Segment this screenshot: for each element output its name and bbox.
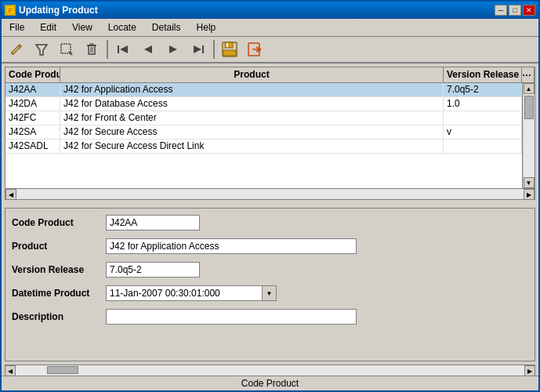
- col-header-code: Code Product: [5, 67, 60, 82]
- bottom-hscroll-right-arrow[interactable]: ▶: [524, 365, 535, 376]
- filter-icon: [34, 42, 49, 57]
- code-product-input[interactable]: [106, 215, 200, 230]
- window-title: Updating Product: [19, 5, 98, 16]
- first-icon: [115, 42, 131, 57]
- data-table: Code Product Product Version Release … J…: [5, 67, 535, 200]
- scroll-track: [524, 94, 535, 177]
- separator-1: [107, 40, 108, 59]
- table-header: Code Product Product Version Release …: [5, 67, 535, 83]
- select-tool-button[interactable]: [55, 38, 78, 60]
- cell-code: J42SA: [5, 125, 60, 139]
- svg-marker-4: [12, 45, 21, 54]
- status-bar: Code Product: [2, 376, 538, 390]
- cell-version: 7.0q5-2: [444, 83, 522, 96]
- separator-2: [213, 40, 215, 59]
- toolbar: [2, 37, 538, 64]
- save-icon: [221, 41, 238, 58]
- delete-tool-button[interactable]: [80, 38, 103, 60]
- description-label: Description: [12, 311, 106, 322]
- col-header-extra: …: [522, 67, 535, 82]
- edit-icon: [9, 42, 24, 57]
- version-release-label: Version Release: [12, 264, 106, 275]
- save-button[interactable]: [218, 38, 241, 60]
- product-row: Product: [12, 238, 528, 254]
- scroll-thumb: [524, 96, 534, 119]
- description-row: Description: [12, 309, 528, 325]
- cell-code: J42AA: [5, 83, 60, 96]
- maximize-button[interactable]: □: [509, 5, 521, 16]
- next-icon: [165, 42, 181, 57]
- svg-rect-3: [8, 12, 11, 13]
- cell-product: J42 for Secure Access Direct Link: [60, 140, 444, 153]
- form-section: Code Product Product Version Release Dat…: [5, 208, 535, 361]
- svg-rect-22: [225, 42, 233, 48]
- menu-view[interactable]: View: [67, 20, 97, 34]
- datetime-select-wrapper: ▼: [106, 285, 277, 301]
- select-icon: [59, 42, 74, 57]
- scroll-up-arrow[interactable]: ▲: [524, 83, 535, 94]
- version-release-row: Version Release: [12, 262, 528, 278]
- last-icon: [190, 42, 206, 57]
- table-row[interactable]: J42FC J42 for Front & Center: [5, 111, 522, 125]
- filter-tool-button[interactable]: [30, 38, 53, 60]
- svg-rect-24: [223, 50, 236, 56]
- title-bar: Updating Product ─ □ ✕: [2, 2, 538, 19]
- cell-version: [444, 140, 522, 153]
- svg-rect-2: [8, 10, 13, 11]
- cell-code: J42DA: [5, 97, 60, 111]
- cell-product: J42 for Front & Center: [60, 111, 444, 125]
- col-header-product: Product: [60, 67, 444, 82]
- bottom-scroll-thumb: [47, 366, 78, 374]
- menu-edit[interactable]: Edit: [35, 20, 61, 34]
- hscroll-track: [16, 189, 524, 199]
- description-input[interactable]: [106, 309, 357, 325]
- hscroll-left-arrow[interactable]: ◀: [5, 189, 16, 200]
- next-record-button[interactable]: [161, 38, 185, 60]
- bottom-hscroll-left-arrow[interactable]: ◀: [5, 365, 16, 376]
- status-text: Code Product: [241, 378, 299, 389]
- menu-bar: File Edit View Locate Details Help: [2, 19, 538, 37]
- close-button[interactable]: ✕: [523, 5, 535, 16]
- menu-help[interactable]: Help: [192, 20, 221, 34]
- bottom-hscroll-track: [16, 365, 524, 376]
- cell-version: 1.0: [444, 97, 522, 111]
- menu-details[interactable]: Details: [147, 20, 186, 34]
- scroll-down-arrow[interactable]: ▼: [524, 177, 535, 188]
- code-product-row: Code Product: [12, 215, 528, 230]
- first-record-button[interactable]: [111, 38, 135, 60]
- table-body[interactable]: J42AA J42 for Application Access 7.0q5-2…: [5, 83, 522, 188]
- cell-version: [444, 111, 522, 125]
- hscroll-right-arrow[interactable]: ▶: [524, 189, 535, 200]
- datetime-product-input[interactable]: [106, 285, 263, 301]
- svg-rect-10: [89, 45, 95, 54]
- table-row[interactable]: J42SA J42 for Secure Access v: [5, 125, 522, 140]
- exit-button[interactable]: [243, 38, 266, 60]
- table-row[interactable]: J42AA J42 for Application Access 7.0q5-2: [5, 83, 522, 97]
- menu-file[interactable]: File: [5, 20, 29, 34]
- cell-product: J42 for Database Access: [60, 97, 444, 111]
- prev-icon: [140, 42, 156, 57]
- bottom-hscrollbar[interactable]: ◀ ▶: [5, 365, 535, 376]
- table-row[interactable]: J42DA J42 for Database Access 1.0: [5, 97, 522, 111]
- datetime-product-row: Datetime Product ▼: [12, 285, 528, 301]
- cell-code: J42FC: [5, 111, 60, 125]
- last-record-button[interactable]: [187, 38, 210, 60]
- cell-version: v: [444, 125, 522, 139]
- edit-tool-button[interactable]: [5, 38, 28, 60]
- svg-marker-7: [36, 45, 47, 55]
- svg-rect-23: [227, 43, 228, 47]
- product-label: Product: [12, 241, 106, 252]
- cell-product: J42 for Application Access: [60, 83, 444, 96]
- title-buttons: ─ □ ✕: [495, 5, 535, 16]
- menu-locate[interactable]: Locate: [103, 20, 141, 34]
- table-vscrollbar[interactable]: ▲ ▼: [522, 83, 535, 188]
- content-area: Code Product Product Version Release … J…: [2, 64, 538, 376]
- cell-code: J42SADL: [5, 140, 60, 153]
- minimize-button[interactable]: ─: [495, 5, 507, 16]
- version-release-input[interactable]: [106, 262, 200, 278]
- datetime-dropdown-button[interactable]: ▼: [263, 285, 277, 301]
- prev-record-button[interactable]: [136, 38, 160, 60]
- product-input[interactable]: [106, 238, 357, 254]
- table-hscrollbar[interactable]: ◀ ▶: [5, 188, 535, 199]
- table-row[interactable]: J42SADL J42 for Secure Access Direct Lin…: [5, 140, 522, 154]
